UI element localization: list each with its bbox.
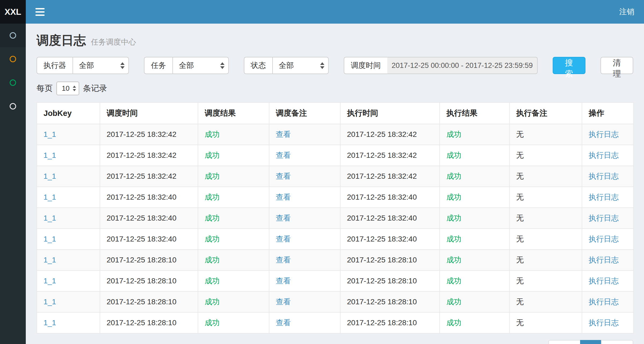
sched-time-cell: 2017-12-25 18:28:10 [100, 250, 198, 270]
jobkey-link[interactable]: 1_1 [44, 256, 56, 264]
sidebar-toggle-icon[interactable] [35, 8, 45, 16]
exec-result-text: 成功 [446, 151, 461, 159]
search-button[interactable]: 搜索 [553, 57, 585, 74]
jobkey-link[interactable]: 1_1 [44, 277, 56, 285]
sched-time-cell: 2017-12-25 18:32:40 [100, 229, 198, 250]
page-size-value: 10 [62, 84, 70, 93]
page-size-prefix: 每页 [37, 83, 53, 94]
sched-remark-link[interactable]: 查看 [276, 277, 291, 285]
sidebar [0, 24, 26, 344]
sched-time-cell: 2017-12-25 18:28:10 [100, 270, 198, 291]
clear-button[interactable]: 清理 [600, 57, 633, 74]
log-table: JobKey调度时间调度结果调度备注执行时间执行结果执行备注操作 1_1 201… [37, 102, 634, 334]
sched-remark-link[interactable]: 查看 [276, 214, 291, 222]
executor-select-value: 全部 [79, 60, 94, 71]
sched-remark-link[interactable]: 查看 [276, 130, 291, 138]
table-row: 1_1 2017-12-25 18:28:10 成功 查看 2017-12-25… [37, 250, 634, 270]
prev-page-button[interactable]: 上页 [548, 340, 581, 344]
executor-filter-group: 执行器 全部 [37, 57, 129, 74]
exec-log-link[interactable]: 执行日志 [589, 151, 619, 159]
exec-time-cell: 2017-12-25 18:32:42 [340, 145, 440, 166]
job-select[interactable]: 全部 [172, 57, 229, 74]
next-page-button[interactable]: 下页 [601, 340, 633, 344]
current-page-button[interactable]: 1 [580, 340, 602, 344]
exec-log-link[interactable]: 执行日志 [589, 172, 619, 180]
navbar: 注销 [26, 0, 644, 24]
jobkey-link[interactable]: 1_1 [44, 214, 56, 222]
sched-remark-link[interactable]: 查看 [276, 256, 291, 264]
exec-time-cell: 2017-12-25 18:32:40 [340, 187, 440, 208]
sched-time-cell: 2017-12-25 18:32:42 [100, 166, 198, 187]
sidebar-item[interactable] [0, 24, 26, 47]
exec-time-cell: 2017-12-25 18:32:42 [340, 124, 440, 145]
exec-remark-cell: 无 [509, 208, 582, 229]
jobkey-link[interactable]: 1_1 [44, 151, 56, 159]
jobkey-link[interactable]: 1_1 [44, 130, 56, 138]
exec-log-link[interactable]: 执行日志 [589, 130, 619, 138]
exec-result-text: 成功 [446, 256, 461, 264]
sched-remark-link[interactable]: 查看 [276, 298, 291, 306]
jobkey-link[interactable]: 1_1 [44, 298, 56, 306]
exec-log-link[interactable]: 执行日志 [589, 193, 619, 201]
topbar: XXL 注销 [0, 0, 644, 24]
exec-time-cell: 2017-12-25 18:32:42 [340, 166, 440, 187]
time-filter-label: 调度时间 [344, 57, 387, 74]
sched-result-text: 成功 [205, 151, 220, 159]
circle-icon-2 [10, 56, 16, 62]
executor-filter-label: 执行器 [37, 57, 73, 74]
pagination: 上页 1 下页 [548, 340, 633, 344]
exec-remark-cell: 无 [509, 229, 582, 250]
exec-result-text: 成功 [446, 298, 461, 306]
exec-result-text: 成功 [446, 214, 461, 222]
column-header: 操作 [582, 103, 634, 124]
sched-remark-link[interactable]: 查看 [276, 151, 291, 159]
column-header: JobKey [37, 103, 100, 124]
filter-row: 执行器 全部 任务 全部 状态 全部 调度时间 搜索 清理 [37, 57, 633, 74]
sched-time-cell: 2017-12-25 18:32:40 [100, 208, 198, 229]
select-arrows-icon [320, 62, 324, 69]
jobkey-link[interactable]: 1_1 [44, 319, 56, 327]
logout-link[interactable]: 注销 [619, 7, 634, 17]
status-select[interactable]: 全部 [272, 57, 329, 74]
status-filter-label: 状态 [244, 57, 272, 74]
exec-time-cell: 2017-12-25 18:28:10 [340, 291, 440, 312]
table-row: 1_1 2017-12-25 18:32:42 成功 查看 2017-12-25… [37, 166, 634, 187]
exec-log-link[interactable]: 执行日志 [589, 319, 619, 327]
exec-log-link[interactable]: 执行日志 [589, 235, 619, 243]
sched-result-text: 成功 [205, 298, 220, 306]
sidebar-item[interactable] [0, 47, 26, 71]
table-row: 1_1 2017-12-25 18:32:40 成功 查看 2017-12-25… [37, 208, 634, 229]
job-filter-label: 任务 [144, 57, 172, 74]
executor-select[interactable]: 全部 [73, 57, 129, 74]
exec-log-link[interactable]: 执行日志 [589, 214, 619, 222]
page-subtitle: 任务调度中心 [91, 38, 136, 46]
column-header: 调度时间 [100, 103, 198, 124]
jobkey-link[interactable]: 1_1 [44, 172, 56, 180]
sched-remark-link[interactable]: 查看 [276, 193, 291, 201]
jobkey-link[interactable]: 1_1 [44, 193, 56, 201]
exec-time-cell: 2017-12-25 18:28:10 [340, 250, 440, 270]
column-header: 执行备注 [509, 103, 582, 124]
select-arrows-icon [73, 86, 76, 91]
page-size-select[interactable]: 10 [56, 82, 79, 95]
jobkey-link[interactable]: 1_1 [44, 235, 56, 243]
exec-remark-cell: 无 [509, 291, 582, 312]
exec-log-link[interactable]: 执行日志 [589, 256, 619, 264]
select-arrows-icon [220, 62, 225, 69]
exec-log-link[interactable]: 执行日志 [589, 277, 619, 285]
sidebar-item[interactable] [0, 94, 26, 118]
sched-remark-link[interactable]: 查看 [276, 172, 291, 180]
exec-remark-cell: 无 [509, 250, 582, 270]
log-table-wrap: JobKey调度时间调度结果调度备注执行时间执行结果执行备注操作 1_1 201… [37, 102, 633, 334]
time-range-input[interactable] [387, 57, 538, 74]
sched-remark-link[interactable]: 查看 [276, 319, 291, 327]
sched-result-text: 成功 [205, 277, 220, 285]
sidebar-item[interactable] [0, 71, 26, 94]
table-row: 1_1 2017-12-25 18:28:10 成功 查看 2017-12-25… [37, 270, 634, 291]
sched-result-text: 成功 [205, 214, 220, 222]
table-row: 1_1 2017-12-25 18:28:10 成功 查看 2017-12-25… [37, 291, 634, 312]
job-select-value: 全部 [179, 60, 194, 71]
exec-log-link[interactable]: 执行日志 [589, 298, 619, 306]
exec-remark-cell: 无 [509, 124, 582, 145]
sched-remark-link[interactable]: 查看 [276, 235, 291, 243]
